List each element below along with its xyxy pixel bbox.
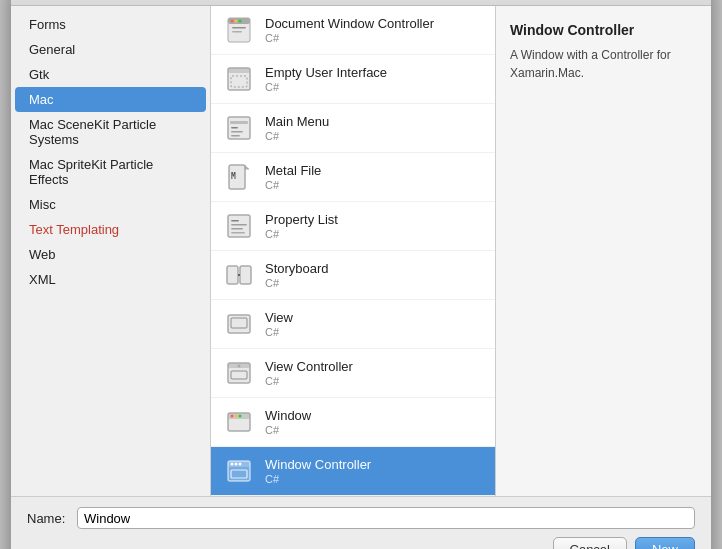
name-label: Name: [27,511,67,526]
window-title: Window [265,408,311,423]
svg-rect-22 [227,266,238,284]
svg-rect-19 [231,224,247,226]
main-content: FormsGeneralGtkMacMac SceneKit Particle … [11,6,711,496]
svg-point-25 [238,274,240,276]
svg-rect-6 [232,31,242,33]
file-item-metal-file[interactable]: M Metal FileC# [211,153,495,202]
new-button[interactable]: New [635,537,695,549]
detail-title: Window Controller [510,22,697,38]
storyboard-subtitle: C# [265,277,329,289]
detail-description: A Window with a Controller for Xamarin.M… [510,46,697,82]
svg-rect-13 [231,131,243,133]
titlebar: New File [11,0,711,6]
metal-file-title: Metal File [265,163,321,178]
document-window-controller-subtitle: C# [265,32,434,44]
sidebar-item-mac-spritekit[interactable]: Mac SpriteKit Particle Effects [15,152,206,192]
property-list-title: Property List [265,212,338,227]
file-item-view[interactable]: ViewC# [211,300,495,349]
svg-rect-14 [231,135,240,137]
name-row: Name: [27,507,695,529]
svg-point-31 [238,365,241,368]
svg-point-4 [239,20,242,23]
metal-file-subtitle: C# [265,179,321,191]
new-file-window: New File FormsGeneralGtkMacMac SceneKit … [11,0,711,549]
svg-rect-12 [231,127,238,129]
svg-point-40 [235,463,238,466]
empty-user-interface-title: Empty User Interface [265,65,387,80]
sidebar-item-web[interactable]: Web [15,242,206,267]
sidebar-item-mac-scenekit[interactable]: Mac SceneKit Particle Systems [15,112,206,152]
main-menu-title: Main Menu [265,114,329,129]
view-controller-icon [223,357,255,389]
svg-rect-23 [240,266,251,284]
name-input[interactable] [77,507,695,529]
cancel-button[interactable]: Cancel [553,537,627,549]
file-item-empty-user-interface[interactable]: Empty User InterfaceC# [211,55,495,104]
property-list-icon [223,210,255,242]
empty-user-interface-icon [223,63,255,95]
file-item-window-controller[interactable]: Window ControllerC# [211,447,495,496]
view-title: View [265,310,293,325]
svg-rect-5 [232,27,246,29]
svg-rect-11 [230,121,248,124]
sidebar-item-mac[interactable]: Mac [15,87,206,112]
file-item-document-window-controller[interactable]: Document Window ControllerC# [211,6,495,55]
svg-rect-8 [228,68,250,73]
svg-rect-17 [228,215,250,237]
storyboard-icon [223,259,255,291]
svg-rect-20 [231,228,243,230]
metal-file-icon: M [223,161,255,193]
view-controller-subtitle: C# [265,375,353,387]
file-list: Document Window ControllerC# Empty User … [211,6,496,496]
file-item-storyboard[interactable]: StoryboardC# [211,251,495,300]
svg-point-2 [231,20,234,23]
storyboard-title: Storyboard [265,261,329,276]
file-item-main-menu[interactable]: Main MenuC# [211,104,495,153]
sidebar-item-general[interactable]: General [15,37,206,62]
sidebar-item-xml[interactable]: XML [15,267,206,292]
svg-point-35 [235,415,238,418]
sidebar-item-misc[interactable]: Misc [15,192,206,217]
window-icon [223,406,255,438]
window-controller-title: Window Controller [265,457,371,472]
sidebar-item-text-templating[interactable]: Text Templating [15,217,206,242]
button-row: Cancel New [27,537,695,549]
document-window-controller-title: Document Window Controller [265,16,434,31]
main-menu-icon [223,112,255,144]
svg-rect-18 [231,220,239,222]
file-item-property-list[interactable]: Property ListC# [211,202,495,251]
sidebar-item-forms[interactable]: Forms [15,12,206,37]
document-window-controller-icon [223,14,255,46]
sidebar-item-gtk[interactable]: Gtk [15,62,206,87]
empty-user-interface-subtitle: C# [265,81,387,93]
svg-rect-21 [231,232,245,234]
file-item-view-controller[interactable]: View ControllerC# [211,349,495,398]
view-controller-title: View Controller [265,359,353,374]
svg-point-41 [239,463,242,466]
svg-text:M: M [231,172,236,181]
bottom-bar: Name: Cancel New [11,496,711,549]
property-list-subtitle: C# [265,228,338,240]
sidebar: FormsGeneralGtkMacMac SceneKit Particle … [11,6,211,496]
file-item-window[interactable]: WindowC# [211,398,495,447]
svg-point-39 [231,463,234,466]
window-controller-icon [223,455,255,487]
svg-point-34 [231,415,234,418]
window-controller-subtitle: C# [265,473,371,485]
view-icon [223,308,255,340]
svg-point-3 [235,20,238,23]
detail-pane: Window Controller A Window with a Contro… [496,6,711,496]
main-menu-subtitle: C# [265,130,329,142]
view-subtitle: C# [265,326,293,338]
window-subtitle: C# [265,424,311,436]
svg-point-36 [239,415,242,418]
